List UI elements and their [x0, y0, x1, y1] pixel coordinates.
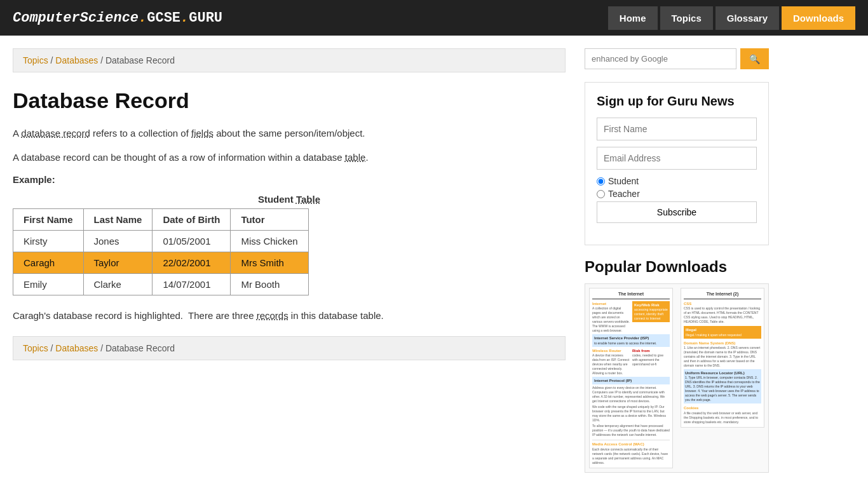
popular-downloads-title: Popular Downloads: [585, 258, 769, 276]
col-firstname: First Name: [13, 209, 84, 231]
cell-r0-c3: Miss Chicken: [231, 231, 308, 252]
doc-orange-title-1: Key/Web Risk: [634, 302, 668, 308]
cell-r2-c3: Mr Booth: [231, 274, 308, 295]
doc-risk-text: codes, needed to give with agreement the…: [632, 353, 670, 367]
doc-label-risk: Risk from: [632, 348, 670, 353]
para2-text: A database record can be thought of as a…: [13, 152, 369, 163]
radio-student-input[interactable]: [597, 177, 605, 186]
cell-r2-c2: 14/07/2001: [153, 274, 231, 295]
table-row: CaraghTaylor22/02/2001Mrs Smith: [13, 252, 309, 274]
logo-dot2: .: [180, 10, 189, 26]
table-wrapper: Student Table First Name Last Name Date …: [13, 194, 566, 295]
sidebar: 🔍 Sign up for Guru News Student Teacher …: [585, 48, 769, 473]
table-title: Student Table: [13, 194, 566, 205]
signup-box: Sign up for Guru News Student Teacher Su…: [585, 82, 769, 245]
table-row: KirstyJones01/05/2001Miss Chicken: [13, 231, 309, 252]
table-title-word: Table: [296, 194, 320, 205]
main-layout: Topics / Databases / Database Record Dat…: [0, 36, 868, 485]
page-title: Database Record: [13, 88, 566, 113]
radio-teacher[interactable]: Teacher: [597, 189, 757, 199]
breadcrumb-topics[interactable]: Topics: [23, 55, 48, 65]
doc-url-text: 1. Type URL in browser, computer contact…: [685, 376, 760, 402]
breadcrumb-current: Database Record: [105, 55, 175, 65]
page-content-2: The Internet (2) CSS CSS is used to appl…: [681, 288, 764, 428]
doc-css-section: CSS CSS is used to apply control the pre…: [684, 301, 761, 324]
radio-teacher-label: Teacher: [608, 189, 640, 199]
doc-blue-block2: Internet Protocol (IP): [592, 377, 670, 384]
site-header: ComputerScience.GCSE.GURU Home Topics Gl…: [0, 0, 868, 36]
doc-dns2-section: Domain Name System (DNS) 1. Like an inte…: [684, 341, 761, 368]
doc-cookies-section: Cookies A file created by the web browse…: [684, 405, 761, 424]
breadcrumb-bottom-databases[interactable]: Databases: [55, 343, 98, 353]
doc-content-2: The Internet (2) CSS CSS is used to appl…: [681, 288, 764, 427]
doc-blue-title: Internet Service Provider (ISP): [594, 336, 668, 341]
breadcrumb-bottom-topics[interactable]: Topics: [23, 343, 48, 353]
doc-url-title: Uniform Resource Locator (URL): [685, 370, 760, 376]
cell-r1-c2: 22/02/2001: [153, 252, 231, 274]
col-lastname: Last Name: [83, 209, 153, 231]
popular-downloads: Popular Downloads The Internet Internet …: [585, 258, 769, 473]
logo-gcse: GCSE: [147, 10, 180, 26]
doc-content-1: The Internet Internet A collection of di…: [590, 288, 672, 468]
summary-text: Caragh's database record is highlighted.…: [13, 308, 566, 323]
radio-student[interactable]: Student: [597, 176, 757, 186]
doc-dns-text: We code with the range shaped uniquely b…: [592, 405, 670, 423]
example-label: Example:: [13, 174, 566, 185]
search-input[interactable]: [585, 48, 736, 69]
doc-orange-text-1: accessing inappropriate content, identit…: [634, 308, 668, 321]
cell-r0-c2: 01/05/2001: [153, 231, 231, 252]
first-name-field[interactable]: [597, 118, 757, 140]
cell-r1-c3: Mrs Smith: [231, 252, 308, 274]
download-preview[interactable]: The Internet Internet A collection of di…: [585, 283, 769, 473]
doc-mac-text: Each device connects automatically the o…: [592, 447, 670, 465]
doc-cookies-text: A file created by the web browser or web…: [684, 411, 761, 424]
breadcrumb-bottom-sep2: /: [100, 343, 105, 353]
logo-guru: GURU: [189, 10, 222, 26]
para1-middle: refers to a collection of: [90, 128, 191, 139]
doc-col-3: Wireless Router A device that receives d…: [592, 348, 630, 376]
logo-cs: ComputerScience: [13, 10, 139, 26]
email-field[interactable]: [597, 147, 757, 170]
search-box: 🔍: [585, 48, 769, 69]
cell-r2-c1: Clarke: [83, 274, 153, 295]
doc-blue-block: Internet Service Provider (ISP) to enabl…: [592, 334, 670, 346]
doc-css-label: CSS: [684, 301, 761, 306]
doc-mac-section: Media Access Control (MAC) Each device c…: [592, 440, 670, 464]
term-table: table: [345, 152, 366, 163]
breadcrumb-bottom: Topics / Databases / Database Record: [13, 336, 566, 360]
doc-title-2: The Internet (2): [684, 291, 761, 299]
radio-teacher-input[interactable]: [597, 190, 605, 198]
term-fields: fields: [191, 128, 214, 139]
cell-r2-c0: Emily: [13, 274, 84, 295]
nav-home[interactable]: Home: [608, 6, 658, 30]
radio-student-label: Student: [608, 176, 639, 186]
nav-topics[interactable]: Topics: [660, 6, 713, 30]
doc-blue-title2: Internet Protocol (IP): [594, 378, 668, 383]
cell-r1-c1: Taylor: [83, 252, 153, 274]
doc-url-block: Uniform Resource Locator (URL) 1. Type U…: [684, 369, 761, 403]
breadcrumb-databases[interactable]: Databases: [55, 55, 98, 65]
doc-col-1: Internet A collection of digital pages a…: [592, 301, 630, 333]
term-records: records: [257, 310, 288, 321]
search-button[interactable]: 🔍: [740, 48, 769, 69]
nav-glossary[interactable]: Glossary: [715, 6, 779, 30]
content-area: Topics / Databases / Database Record Dat…: [13, 48, 585, 473]
doc-dns2-label: Domain Name System (DNS): [684, 341, 761, 346]
cell-r0-c0: Kirsty: [13, 231, 84, 252]
doc-orange-block-2: Illegal Illegal / making it spam when re…: [684, 326, 761, 338]
doc-row-2: Wireless Router A device that receives d…: [592, 348, 670, 376]
cell-r0-c1: Jones: [83, 231, 153, 252]
col-dob: Date of Birth: [153, 209, 231, 231]
preview-page-1: The Internet Internet A collection of di…: [585, 284, 677, 472]
preview-pages: The Internet Internet A collection of di…: [585, 284, 768, 472]
subscribe-button[interactable]: Subscribe: [597, 201, 757, 223]
doc-text-1: A collection of digital pages and docume…: [592, 306, 630, 333]
doc-footer-text: To allow temporary alignment that have p…: [592, 424, 670, 437]
doc-row-1: Internet A collection of digital pages a…: [592, 301, 670, 333]
page-content-1: The Internet Internet A collection of di…: [589, 288, 673, 468]
nav-downloads[interactable]: Downloads: [782, 6, 855, 30]
col-tutor: Tutor: [231, 209, 308, 231]
breadcrumb-bottom-current: Database Record: [105, 343, 175, 353]
doc-label-internet: Internet: [592, 301, 630, 306]
table-header-row: First Name Last Name Date of Birth Tutor: [13, 209, 309, 231]
